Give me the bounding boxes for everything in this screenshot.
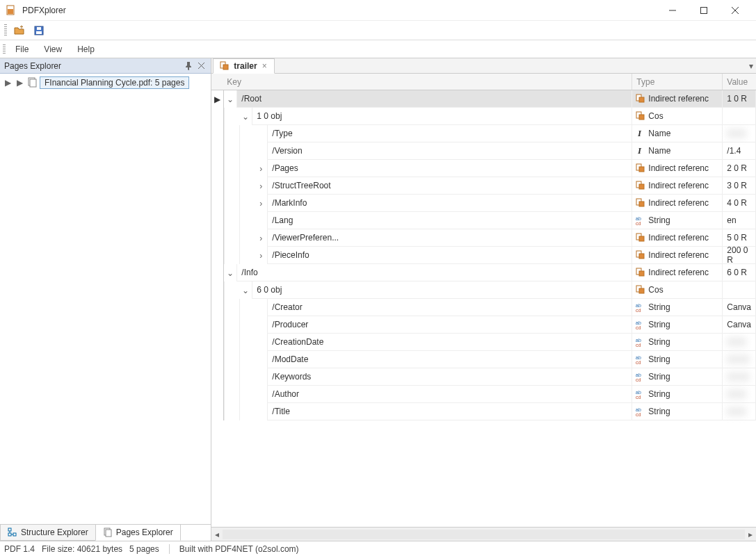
chevron-right-icon[interactable]: › [255,199,267,208]
indirect-type-icon [635,93,646,104]
scroll-right-icon[interactable]: ▸ [745,529,756,540]
svg-rect-27 [639,167,644,172]
tree-expand-icon[interactable]: ▶ [3,78,13,88]
chevron-down-icon[interactable]: ⌄ [224,268,236,278]
horizontal-scrollbar[interactable]: ◂ ▸ [211,527,756,541]
chevron-right-icon[interactable]: › [255,251,267,261]
value-cell: Canva [723,316,756,334]
row-leading-arrow[interactable] [211,281,224,299]
open-button[interactable] [13,24,26,38]
row-leading-arrow[interactable] [211,386,224,403]
key-label: /Version [267,142,632,160]
grid-row-root_mark[interactable]: ›/MarkInfoIndirect referenc4 0 R [211,195,756,212]
chevron-down-icon[interactable]: ⌄ [239,112,252,122]
grid-row-root_lang[interactable]: ·/LangabcdStringen [211,212,756,229]
pin-icon[interactable] [183,60,194,72]
row-leading-arrow[interactable] [211,177,224,195]
grid-row-info_mod[interactable]: ·/ModDateabcdString [211,351,756,368]
column-value-header[interactable]: Value [723,74,756,90]
grid-row-info_producer[interactable]: ·/ProducerabcdStringCanva [211,316,756,334]
grid-row-root_obj[interactable]: ⌄1 0 objCos [211,108,756,125]
string-type-icon: abcd [635,302,646,313]
row-leading-arrow[interactable] [211,229,224,247]
string-type-icon: abcd [635,371,646,382]
content-panel: trailer × ▾ Key Type Value ▶⌄/RootIndire… [211,58,756,541]
type-cell: IName [632,125,723,142]
value-cell: 200 0 R [723,247,756,264]
row-leading-arrow[interactable] [211,403,224,420]
row-leading-arrow[interactable] [211,142,224,160]
row-leading-arrow[interactable] [211,334,224,351]
grid-row-root_type[interactable]: ·/TypeIName [211,125,756,142]
type-label: String [648,372,670,382]
menu-file[interactable]: File [8,42,35,56]
tab-trailer[interactable]: trailer × [213,58,274,74]
tab-structure-explorer[interactable]: Structure Explorer [0,525,96,541]
svg-rect-35 [639,236,644,241]
type-cell: Indirect referenc [632,247,723,264]
file-entry-label: FInancial Planning Cycle.pdf: 5 pages [40,76,189,89]
row-leading-arrow[interactable] [211,299,224,316]
row-leading-arrow[interactable] [211,160,224,177]
svg-text:ab: ab [636,355,641,360]
key-label: /Root [236,90,632,108]
chevron-right-icon[interactable]: › [255,234,267,243]
column-type-header[interactable]: Type [632,74,723,90]
value-cell: 6 0 R [723,264,756,281]
column-key-header[interactable]: Key [211,74,632,90]
scroll-track[interactable] [223,530,745,539]
grid-row-root[interactable]: ▶⌄/RootIndirect referenc1 0 R [211,90,756,108]
grid-row-info_creation[interactable]: ·/CreationDateabcdString [211,334,756,351]
tab-close-icon[interactable]: × [261,61,268,71]
panel-close-icon[interactable] [195,60,207,72]
grid-row-info[interactable]: ⌄/InfoIndirect referenc6 0 R [211,264,756,281]
redacted-value [727,337,746,347]
name-type-icon: I [635,145,646,156]
row-leading-arrow[interactable] [211,212,224,229]
chevron-down-icon[interactable]: ⌄ [239,286,252,295]
minimize-button[interactable] [657,1,688,20]
tab-pages-explorer[interactable]: Pages Explorer [95,525,181,541]
chevron-right-icon[interactable]: › [255,181,267,191]
maximize-button[interactable] [688,1,719,20]
row-leading-arrow[interactable] [211,264,224,281]
type-label: Indirect referenc [648,94,709,104]
tree-expand-icon-2[interactable]: ▶ [15,78,24,88]
chevron-right-icon[interactable]: › [255,164,267,174]
scroll-left-icon[interactable]: ◂ [211,529,223,540]
row-leading-arrow[interactable] [211,368,224,386]
grid-row-root_struct[interactable]: ›/StructTreeRootIndirect referenc3 0 R [211,177,756,195]
grid-row-root_piece[interactable]: ›/PieceInfoIndirect referenc200 0 R [211,247,756,264]
grid-row-root_viewer[interactable]: ›/ViewerPreferen...Indirect referenc5 0 … [211,229,756,247]
window-title: PDFXplorer [22,6,657,15]
svg-rect-12 [30,79,36,87]
chevron-down-icon[interactable]: ⌄ [224,95,236,104]
grid-row-info_obj[interactable]: ⌄6 0 objCos [211,281,756,299]
grid-row-root_version[interactable]: ·/VersionIName/1.4 [211,142,756,160]
row-leading-arrow[interactable] [211,195,224,212]
grid-row-info_creator[interactable]: ·/CreatorabcdStringCanva [211,299,756,316]
svg-rect-7 [36,31,42,34]
save-button[interactable] [32,24,46,38]
menu-view[interactable]: View [37,42,69,56]
type-label: Indirect referenc [648,268,709,277]
menu-help[interactable]: Help [70,42,102,56]
row-leading-arrow[interactable]: ▶ [211,90,224,108]
grid-row-info_keywords[interactable]: ·/KeywordsabcdString [211,368,756,386]
row-leading-arrow[interactable] [211,316,224,334]
file-tree-row[interactable]: ▶ ▶ FInancial Planning Cycle.pdf: 5 page… [3,75,208,90]
tabs-dropdown-icon[interactable]: ▾ [746,61,756,71]
svg-rect-41 [639,288,644,293]
row-leading-arrow[interactable] [211,351,224,368]
key-label: /Keywords [267,368,632,386]
svg-text:I: I [637,145,642,156]
row-leading-arrow[interactable] [211,125,224,142]
svg-text:ab: ab [636,303,641,308]
grid-row-info_title[interactable]: ·/TitleabcdString [211,403,756,420]
row-leading-arrow[interactable] [211,247,224,264]
row-leading-arrow[interactable] [211,108,224,125]
type-label: String [648,215,670,225]
grid-row-info_author[interactable]: ·/AuthorabcdString [211,386,756,403]
grid-row-root_pages[interactable]: ›/PagesIndirect referenc2 0 R [211,160,756,177]
close-button[interactable] [719,1,750,20]
